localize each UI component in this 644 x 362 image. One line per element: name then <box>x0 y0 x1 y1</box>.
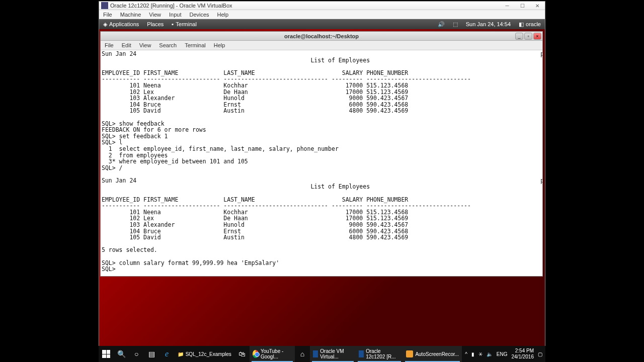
vbox-menu-input[interactable]: Input <box>165 11 185 19</box>
system-tray[interactable]: ^ ▮ ⚹ 🔈 ENG 2:54 PM24/1/2016 ▢ <box>462 348 545 360</box>
taskbar-label: Oracle 12c1202 [R... <box>366 348 400 359</box>
gnome-applications[interactable]: ◈ Applications <box>99 20 143 29</box>
gnome-term-label: Terminal <box>176 21 197 27</box>
vbox-menu-devices[interactable]: Devices <box>185 11 213 19</box>
taskbar-vbox-running[interactable]: Oracle 12c1202 [R... <box>356 346 404 362</box>
guest-desktop: oracle@localhost:~/Desktop _ ▫ × File Ed… <box>99 29 545 362</box>
vbox-menu-view[interactable]: View <box>145 11 165 19</box>
terminal-output[interactable]: Sun Jan 24 page 1 Lis <box>101 50 542 276</box>
task-view-button[interactable] <box>144 346 159 362</box>
language-indicator[interactable]: ENG <box>497 351 508 357</box>
vbox-menu-file[interactable]: File <box>99 11 116 19</box>
home-button[interactable] <box>295 346 310 362</box>
terminal-close-button[interactable]: × <box>533 33 541 40</box>
vbox-menu-help[interactable]: Help <box>213 11 233 19</box>
terminal-window: oracle@localhost:~/Desktop _ ▫ × File Ed… <box>100 31 543 277</box>
taskbar-label: Oracle VM Virtual... <box>320 348 352 359</box>
minimize-button[interactable]: ─ <box>500 2 515 10</box>
taskbar-label: SQL_12c_Examples <box>186 351 231 357</box>
notifications-icon[interactable]: ▢ <box>538 351 542 357</box>
vbox-icon <box>359 350 364 357</box>
vbox-menu-machine[interactable]: Machine <box>116 11 145 19</box>
taskbar-label: AutoScreenRecor... <box>415 351 459 357</box>
gnome-terminal-launcher[interactable]: ▪ Terminal <box>168 20 200 28</box>
term-menu-view[interactable]: View <box>135 41 155 49</box>
edge-icon <box>165 349 169 358</box>
edge-button[interactable] <box>159 346 175 362</box>
network-icon[interactable]: ⬚ <box>449 20 462 29</box>
taskview-icon <box>148 350 155 358</box>
vbox-titlebar[interactable]: Oracle 12c1202 [Running] - Oracle VM Vir… <box>99 2 545 10</box>
gnome-places[interactable]: Places <box>143 20 168 28</box>
term-menu-edit[interactable]: Edit <box>118 41 135 49</box>
terminal-minimize-button[interactable]: _ <box>515 33 523 40</box>
vbox-icon <box>313 350 318 357</box>
gnome-top-panel: ◈ Applications Places ▪ Terminal 🔊 ⬚ Sun… <box>99 19 545 29</box>
taskbar-youtube[interactable]: YouTube - Googl... <box>250 346 295 362</box>
home-icon <box>300 350 304 358</box>
gnome-user-label: oracle <box>526 21 541 27</box>
volume-icon[interactable]: 🔊 <box>434 20 449 29</box>
maximize-button[interactable]: ☐ <box>515 2 530 10</box>
chrome-icon <box>253 350 259 358</box>
term-menu-search[interactable]: Search <box>155 41 181 49</box>
vbox-title: Oracle 12c1202 [Running] - Oracle VM Vir… <box>110 3 500 9</box>
terminal-title: oracle@localhost:~/Desktop <box>101 33 542 39</box>
recorder-icon <box>406 350 413 357</box>
sound-icon[interactable]: 🔈 <box>487 351 493 357</box>
taskbar-sql-examples[interactable]: SQL_12c_Examples <box>175 346 234 362</box>
cortana-icon <box>134 350 138 358</box>
wifi-icon[interactable]: ⚹ <box>478 351 482 357</box>
gnome-user[interactable]: ◧ oracle <box>515 20 545 29</box>
store-button[interactable] <box>234 346 250 362</box>
term-menu-terminal[interactable]: Terminal <box>181 41 210 49</box>
terminal-maximize-button[interactable]: ▫ <box>524 33 532 40</box>
terminal-menubar: File Edit View Search Terminal Help <box>101 41 542 50</box>
close-button[interactable]: ✕ <box>530 2 545 10</box>
search-button[interactable] <box>114 346 129 362</box>
tray-time: 2:54 PM <box>512 348 534 354</box>
chevron-up-icon[interactable]: ^ <box>465 351 467 357</box>
virtualbox-window: Oracle 12c1202 [Running] - Oracle VM Vir… <box>99 1 545 346</box>
store-icon <box>238 350 246 358</box>
folder-icon <box>178 351 184 357</box>
terminal-titlebar[interactable]: oracle@localhost:~/Desktop _ ▫ × <box>101 32 542 41</box>
vbox-menubar: File Machine View Input Devices Help <box>99 10 545 19</box>
tray-date: 24/1/2016 <box>512 354 534 360</box>
search-icon <box>117 350 126 358</box>
windows-taskbar: SQL_12c_Examples YouTube - Googl... Orac… <box>99 346 545 362</box>
cortana-button[interactable] <box>129 346 144 362</box>
tray-clock[interactable]: 2:54 PM24/1/2016 <box>512 348 534 360</box>
term-menu-help[interactable]: Help <box>210 41 229 49</box>
taskbar-label: YouTube - Googl... <box>261 348 292 359</box>
battery-icon[interactable]: ▮ <box>471 351 474 357</box>
taskbar-vbox-manager[interactable]: Oracle VM Virtual... <box>310 346 356 362</box>
term-menu-file[interactable]: File <box>101 41 118 49</box>
gnome-clock[interactable]: Sun Jan 24, 14:54 <box>462 20 515 28</box>
gnome-apps-label: Applications <box>109 21 139 27</box>
vbox-icon <box>101 2 108 9</box>
start-button[interactable] <box>99 346 114 362</box>
taskbar-recorder[interactable]: AutoScreenRecor... <box>403 346 462 362</box>
